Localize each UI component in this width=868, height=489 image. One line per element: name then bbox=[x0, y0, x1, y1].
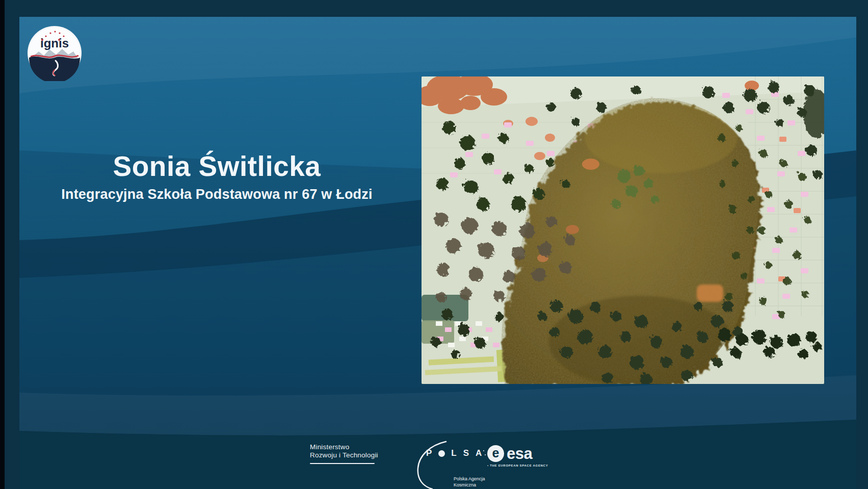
polsa-subline2: Kosmiczna bbox=[454, 482, 485, 488]
artwork-photo bbox=[422, 76, 824, 384]
title-block: Sonia Świtlicka Integracyjna Szkoła Pods… bbox=[19, 151, 414, 202]
esa-logo: e esa • THE EUROPEAN SPACE AGENCY bbox=[487, 445, 548, 467]
esa-e-globe-icon: e bbox=[487, 445, 504, 462]
ignis-logo-icon: ignis bbox=[27, 25, 83, 81]
polsa-letter-a: A bbox=[476, 448, 482, 458]
polsa-logo: P L S A Polska Agencja Kosmiczna bbox=[398, 440, 487, 489]
esa-tagline: • THE EUROPEAN SPACE AGENCY bbox=[487, 464, 548, 467]
polsa-letter-p: P bbox=[426, 448, 432, 458]
letterbox-strip bbox=[0, 0, 5, 489]
ministry-line1: Ministerstwo bbox=[310, 443, 378, 451]
esa-wordmark: esa bbox=[507, 446, 532, 461]
ministry-logo: Ministerstwo Rozwoju i Technologii bbox=[310, 443, 378, 464]
polsa-letter-s: S bbox=[463, 448, 469, 458]
polsa-subtitle: Polska Agencja Kosmiczna bbox=[454, 476, 485, 488]
polsa-wordmark: P L S A bbox=[426, 448, 482, 458]
esa-star-icon bbox=[483, 450, 484, 451]
school-name-subtitle: Integracyjna Szkoła Podstawowa nr 67 w Ł… bbox=[19, 187, 414, 202]
polsa-letter-l: L bbox=[451, 448, 457, 458]
slide-content: ignis Sonia Świtlicka Integracyjna Szkoł… bbox=[19, 17, 856, 489]
polsa-o-dot-icon bbox=[438, 450, 445, 457]
polsa-subline1: Polska Agencja bbox=[454, 476, 485, 482]
ministry-underline bbox=[310, 463, 375, 465]
esa-star-icon bbox=[485, 454, 486, 455]
student-name-title: Sonia Świtlicka bbox=[19, 151, 414, 182]
ignis-wordmark: ignis bbox=[40, 36, 69, 50]
presentation-slide: ignis Sonia Świtlicka Integracyjna Szkoł… bbox=[0, 0, 868, 489]
ministry-line2: Rozwoju i Technologii bbox=[310, 451, 378, 459]
